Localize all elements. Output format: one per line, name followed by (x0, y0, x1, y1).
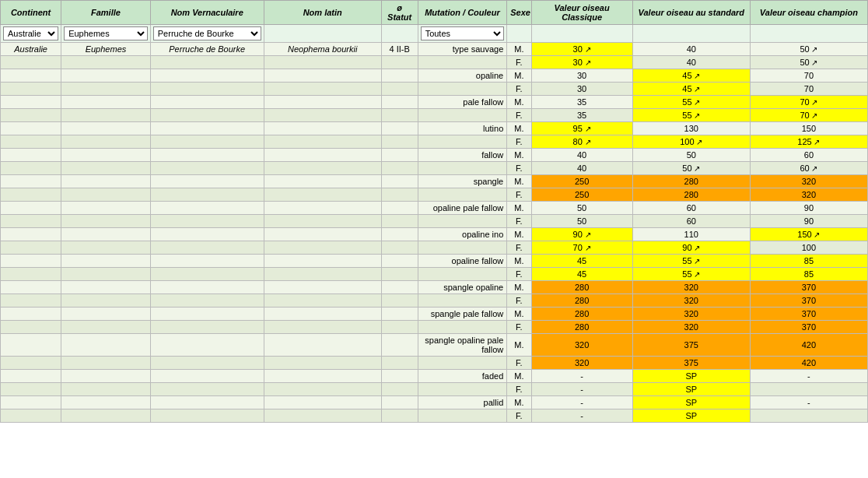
table-cell: - (531, 370, 632, 383)
filter-mutation-select[interactable]: Toutes (421, 26, 505, 40)
table-cell (150, 281, 264, 294)
table-cell: 110 (632, 228, 750, 241)
table-cell-statut (381, 308, 418, 321)
table-cell (61, 241, 151, 255)
filter-mutation-cell[interactable]: Toutes (418, 25, 507, 43)
table-cell: 50 ↗ (750, 43, 867, 56)
table-cell: 50 (531, 202, 632, 215)
table-cell: M. (507, 370, 531, 383)
table-cell-statut (381, 241, 418, 255)
table-cell (264, 268, 381, 281)
filter-nom-vern-cell[interactable]: Perruche de Bourke (150, 25, 264, 43)
table-cell (150, 255, 264, 268)
table-row: opaline fallowM.4555 ↗85 (1, 255, 868, 268)
table-cell-statut (381, 268, 418, 281)
table-cell: 70 (750, 83, 867, 96)
table-cell: 55 ↗ (632, 255, 750, 268)
table-cell (61, 357, 151, 370)
cell-value: F. (516, 385, 523, 394)
cell-value: M. (514, 97, 523, 107)
cell-value: 70 (804, 71, 814, 80)
cell-value: SP (685, 385, 697, 394)
table-cell-statut (381, 162, 418, 175)
table-cell: F. (507, 383, 531, 396)
table-cell-statut (381, 56, 418, 69)
arrow-up-icon: ↗ (810, 111, 818, 120)
table-cell: type sauvage (418, 43, 507, 56)
table-cell: pallid (418, 396, 507, 409)
table-cell (264, 228, 381, 241)
table-cell: 85 (750, 255, 867, 268)
cell-value: type sauvage (453, 44, 503, 54)
arrow-up-icon: ↗ (810, 164, 818, 173)
table-cell (418, 409, 507, 423)
table-cell: 80 ↗ (531, 135, 632, 149)
table-cell: F. (507, 321, 531, 334)
table-cell: SP (632, 409, 750, 423)
table-cell (1, 241, 61, 255)
cell-value: SP (685, 411, 697, 420)
table-cell-statut (381, 409, 418, 423)
table-cell (264, 294, 381, 308)
cell-value: 370 (802, 322, 816, 332)
table-cell (264, 370, 381, 383)
filter-famille-cell[interactable]: Euphemes (61, 25, 151, 43)
table-cell: 320 (632, 321, 750, 334)
table-cell (264, 135, 381, 149)
table-cell (264, 149, 381, 162)
cell-value: - (807, 398, 810, 407)
cell-value: 110 (684, 230, 698, 239)
arrow-up-icon: ↗ (583, 45, 591, 54)
table-cell: 250 (531, 175, 632, 188)
table-cell (1, 357, 61, 370)
cell-value: 30 (573, 58, 583, 67)
cell-value: 70 (573, 243, 583, 252)
table-cell: 30 (531, 83, 632, 96)
cell-value: 250 (575, 177, 589, 186)
table-cell (61, 334, 151, 357)
table-cell (1, 175, 61, 188)
filter-nom-vern-select[interactable]: Perruche de Bourke (153, 26, 261, 40)
table-cell: Perruche de Bourke (150, 43, 264, 56)
table-cell (264, 409, 381, 423)
table-cell-statut (381, 175, 418, 188)
table-cell: F. (507, 241, 531, 255)
cell-value: Australie (14, 44, 47, 54)
cell-value: opaline ino (462, 230, 503, 239)
header-mutation: Mutation / Couleur (418, 1, 507, 25)
table-cell (264, 383, 381, 396)
filter-continent-select[interactable]: Australie (3, 26, 58, 40)
table-cell (264, 96, 381, 109)
table-row: opalineM.3045 ↗70 (1, 69, 868, 83)
table-cell (150, 383, 264, 396)
cell-value: 280 (575, 322, 589, 332)
cell-value: 370 (802, 296, 816, 305)
cell-value: - (580, 385, 583, 394)
table-cell (418, 188, 507, 202)
table-cell (150, 334, 264, 357)
filter-famille-select[interactable]: Euphemes (64, 26, 148, 40)
table-cell (418, 109, 507, 122)
cell-value: 370 (802, 309, 816, 318)
cell-value: 60 (800, 163, 809, 173)
table-row: F.3045 ↗70 (1, 83, 868, 96)
table-cell: SP (632, 370, 750, 383)
table-cell-statut (381, 109, 418, 122)
arrow-up-icon: ↗ (810, 45, 818, 54)
table-cell: pale fallow (418, 96, 507, 109)
table-cell (61, 370, 151, 383)
cell-value: F. (516, 190, 523, 199)
table-cell-statut (381, 294, 418, 308)
cell-value: 320 (684, 283, 698, 292)
table-cell: opaline pale fallow (418, 202, 507, 215)
filter-continent-cell[interactable]: Australie (1, 25, 61, 43)
table-cell: 420 (750, 357, 867, 370)
cell-value: M. (514, 177, 523, 186)
cell-value: 55 (682, 269, 691, 279)
cell-value: 90 (804, 203, 814, 213)
table-cell (61, 308, 151, 321)
table-cell (264, 122, 381, 135)
cell-value: F. (516, 322, 523, 332)
table-cell: M. (507, 308, 531, 321)
table-cell: M. (507, 69, 531, 83)
